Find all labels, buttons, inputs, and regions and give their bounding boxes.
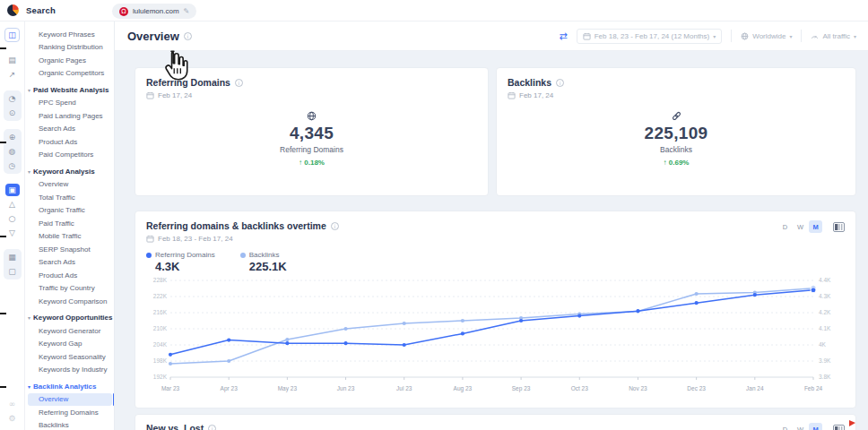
app-logo-icon (7, 4, 19, 16)
sidebar-item-serp-snapshot[interactable]: SERP Snapshot (25, 243, 114, 256)
sidebar-item-paid-traffic[interactable]: Paid Traffic (25, 217, 114, 230)
sidebar-item-mobile-traffic[interactable]: Mobile Traffic (25, 230, 114, 244)
sidebar-item-referring-domains[interactable]: Referring Domains (25, 406, 114, 419)
sidebar-section-backlink-analytics[interactable]: ▾Backlink Analytics (25, 380, 114, 393)
sidebar-item-product-ads[interactable]: Product Ads (25, 135, 114, 149)
traffic-filter-value: All traffic (822, 32, 850, 40)
globe-icon (741, 32, 749, 40)
reports-icon[interactable]: ▦ (5, 251, 20, 263)
sidebar-item-keyword-phrases[interactable]: Keyword Phrases (25, 28, 114, 41)
svg-text:4.1K: 4.1K (819, 325, 831, 331)
sidebar-item-search-ads[interactable]: Search Ads (25, 123, 114, 136)
sidebar-item-keyword-seasonality[interactable]: Keyword Seasonality (25, 350, 114, 364)
sidebar-item-paid-landing-pages[interactable]: Paid Landing Pages (25, 109, 114, 123)
info-icon[interactable]: i (331, 222, 339, 230)
sidebar-item-ppc-spend[interactable]: PPC Spend (25, 97, 114, 110)
sidebar-item-organic-traffic[interactable]: Organic Traffic (25, 204, 114, 218)
settings-icon[interactable]: ⚙ (5, 412, 20, 425)
sidebar-item-keyword-gap[interactable]: Keyword Gap (25, 338, 114, 351)
sidebar-item-ranking-distribution[interactable]: Ranking Distribution (25, 41, 114, 55)
modules-icon[interactable]: ◫ (4, 28, 20, 42)
svg-text:Apr 23: Apr 23 (221, 385, 239, 392)
legend-backlinks[interactable]: Backlinks 225.1K (240, 251, 287, 273)
competitors-icon[interactable]: ⊕ (5, 131, 20, 143)
svg-text:3.9K: 3.9K (819, 357, 831, 364)
granularity-m-button[interactable]: M (809, 423, 822, 430)
sidebar-item-backlinks[interactable]: Backlinks (25, 419, 114, 430)
date-range-picker[interactable]: Feb 18, 23 - Feb 17, 24 (12 Months) ▾ (577, 29, 723, 44)
info-icon[interactable]: i (208, 425, 216, 430)
sidebar-item-overview[interactable]: Overview (25, 178, 114, 192)
sidebar-nav: Keyword PhrasesRanking DistributionOrgan… (25, 22, 115, 430)
keyword-analysis-icon[interactable]: ▣ (5, 184, 20, 196)
sidebar-item-keyword-comparison[interactable]: Keyword Comparison (25, 295, 114, 308)
rail-group: ▤↗ (4, 52, 22, 82)
granularity-d-button[interactable]: D (778, 423, 792, 430)
info-icon[interactable]: i (556, 79, 564, 87)
overtime-line-chart[interactable]: 228K4.4K222K4.3K216K4.2K210K4.1K204K4K19… (146, 275, 846, 406)
svg-text:Sep 23: Sep 23 (512, 385, 531, 392)
rank-trends-icon[interactable]: ↗ (5, 68, 20, 81)
recording-cursor-artifact (849, 420, 855, 426)
svg-text:Oct 23: Oct 23 (571, 385, 589, 391)
social-icon[interactable]: ▽ (5, 227, 20, 239)
sidebar-item-organic-pages[interactable]: Organic Pages (25, 54, 114, 67)
backlinks-card: Backlinks i Feb 17, 24 225,109 Backlinks… (496, 67, 856, 196)
granularity-w-button[interactable]: W (794, 423, 807, 430)
sidebar-item-organic-competitors[interactable]: Organic Competitors (25, 67, 114, 81)
sidebar-section-paid-website-analysis[interactable]: ▾Paid Website Analysis (25, 83, 114, 97)
projects-icon[interactable]: ◔ (5, 92, 20, 105)
link-icon (672, 111, 681, 121)
app-title: Search (26, 5, 56, 15)
svg-text:4.2K: 4.2K (819, 309, 831, 315)
sidebar-item-overview[interactable]: Overview (25, 393, 114, 407)
header-controls: ⇄ Feb 18, 23 - Feb 17, 24 (12 Months) ▾ … (559, 29, 856, 44)
ads-research-icon[interactable]: ◍ (5, 145, 20, 158)
sidebar-section-keyword-analysis[interactable]: ▾Keyword Analysis (25, 165, 114, 178)
granularity-d-button[interactable]: D (778, 220, 792, 233)
sidebar-item-keyword-generator[interactable]: Keyword Generator (25, 324, 114, 338)
traffic-filter[interactable]: All traffic ▾ (811, 32, 856, 40)
sidebar-item-paid-competitors[interactable]: Paid Competitors (25, 149, 114, 162)
project-tab[interactable]: Ω lululemon.com ✎ (112, 4, 196, 19)
sidebar-item-keywords-by-industry[interactable]: Keywords by Industry (25, 364, 114, 377)
stat-label: Backlinks (497, 145, 855, 154)
referring-domains-value: 4,345 (135, 124, 488, 143)
table-view-button[interactable] (833, 425, 845, 430)
card-title: Referring Domains (146, 77, 230, 88)
sidebar-section-keyword-opportunities[interactable]: ▾Keyword Opportunities (25, 312, 114, 325)
table-view-button[interactable] (833, 222, 845, 232)
svg-text:3.8K: 3.8K (819, 374, 831, 380)
granularity-w-button[interactable]: W (794, 220, 807, 233)
edit-pencil-icon[interactable]: ✎ (184, 7, 190, 15)
icon-rail: ◫▤↗◔⊙⊕◍◷▣△○▽▦▢∞⚙ (0, 22, 25, 430)
divider (731, 30, 732, 42)
compare-icon[interactable]: ⇄ (559, 30, 567, 42)
chart-legend: Referring Domains 4.3K Backlinks 225.1K (146, 251, 845, 273)
dashboard-icon[interactable]: ▤ (5, 54, 20, 66)
svg-text:216K: 216K (153, 309, 168, 315)
svg-text:Feb 24: Feb 24 (804, 385, 823, 391)
links-icon[interactable]: ∞ (5, 398, 20, 410)
lookup-icon[interactable]: ○ (5, 212, 20, 225)
sidebar-item-product-ads[interactable]: Product Ads (25, 269, 114, 282)
labs-icon[interactable]: △ (5, 198, 20, 211)
table-icon (833, 222, 845, 232)
sidebar-item-total-traffic[interactable]: Total Traffic (25, 191, 114, 204)
chevron-down-icon: ▾ (28, 314, 30, 321)
pages-icon[interactable]: ▢ (5, 265, 20, 278)
info-icon[interactable]: i (235, 79, 243, 87)
history-icon[interactable]: ◷ (5, 159, 20, 172)
calendar-icon (508, 91, 516, 99)
legend-referring-domains[interactable]: Referring Domains 4.3K (146, 251, 215, 273)
site-audit-icon[interactable]: ⊙ (5, 107, 20, 119)
card-date: Feb 17, 24 (519, 91, 553, 99)
page-info-icon[interactable]: i (184, 32, 192, 40)
granularity-m-button[interactable]: M (809, 220, 822, 233)
screen-artifact (0, 142, 6, 143)
sidebar-item-traffic-by-country[interactable]: Traffic by Country (25, 282, 114, 296)
legend-value: 225.1K (249, 260, 287, 273)
sidebar-item-search-ads[interactable]: Search Ads (25, 256, 114, 270)
app-window: Search Ω lululemon.com ✎ ◫▤↗◔⊙⊕◍◷▣△○▽▦▢∞… (0, 0, 868, 430)
location-selector[interactable]: Worldwide ▾ (741, 32, 792, 40)
